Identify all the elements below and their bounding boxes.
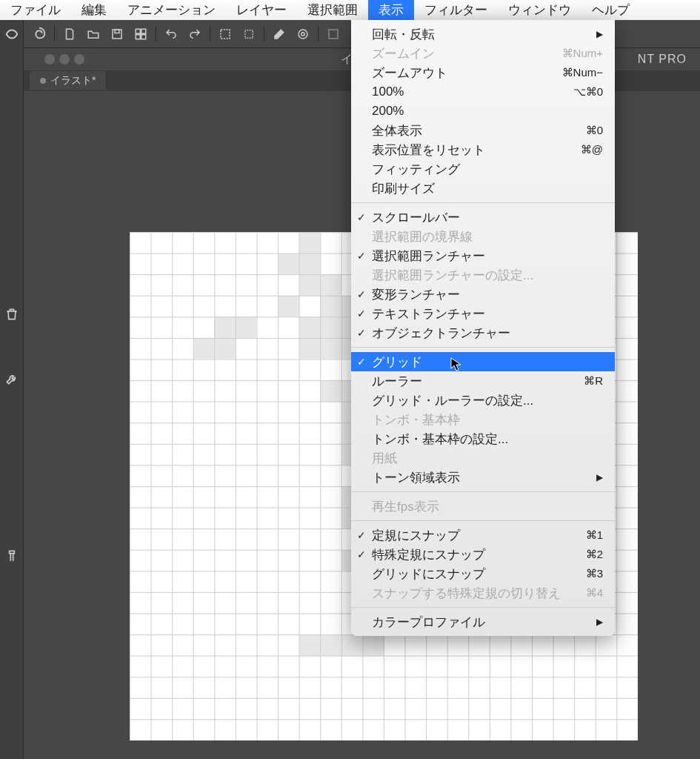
- menu-item-label: ズームアウト: [372, 64, 447, 82]
- menu-item-label: 表示位置をリセット: [372, 142, 485, 159]
- menu-item[interactable]: ✓定規にスナップ⌘1: [351, 526, 615, 545]
- dirty-dot-icon: [40, 78, 46, 84]
- submenu-arrow-icon: ▶: [596, 472, 603, 483]
- menu-item[interactable]: 全体表示⌘0: [351, 121, 615, 140]
- menu-item-label: 全体表示: [372, 122, 422, 139]
- menu-item-label: 200%: [372, 104, 404, 119]
- undo-icon[interactable]: [160, 23, 182, 45]
- pixel: [299, 253, 321, 275]
- shortcut: ⌥⌘0: [573, 85, 603, 99]
- menu-item[interactable]: 表示位置をリセット⌘@: [351, 140, 615, 159]
- shortcut: ⌘4: [586, 586, 603, 600]
- svg-rect-7: [221, 30, 230, 39]
- menu-アニメーション[interactable]: アニメーション: [117, 0, 226, 21]
- menu-編集[interactable]: 編集: [71, 0, 117, 21]
- menu-item-label: トンボ・基本枠の設定...: [372, 431, 508, 448]
- menu-ウィンドウ[interactable]: ウィンドウ: [498, 0, 581, 21]
- shortcut: ⌘R: [584, 374, 603, 388]
- menu-item-label: スナップする特殊定規の切り替え: [372, 585, 561, 602]
- eraser-icon[interactable]: [268, 23, 290, 45]
- menu-item-label: ズームイン: [372, 45, 435, 62]
- menu-item[interactable]: グリッド・ルーラーの設定...: [351, 391, 615, 410]
- menu-item[interactable]: 200%: [351, 102, 615, 121]
- menu-ヘルプ[interactable]: ヘルプ: [581, 0, 640, 21]
- menu-item[interactable]: 印刷サイズ: [351, 179, 615, 198]
- shortcut: ⌘3: [586, 567, 603, 580]
- wrench-icon[interactable]: [0, 365, 24, 394]
- menu-item: 選択範囲ランチャーの設定...: [351, 265, 615, 285]
- select-icon[interactable]: [214, 23, 236, 45]
- menu-表示[interactable]: 表示: [368, 0, 414, 21]
- menu-item: トンボ・基本枠: [351, 410, 615, 429]
- svg-rect-2: [115, 30, 119, 33]
- menu-item[interactable]: ✓グリッド: [351, 352, 615, 371]
- view-menu-dropdown: 回転・反転▶ズームイン⌘Num+ズームアウト⌘Num−100%⌥⌘0200%全体…: [351, 20, 615, 636]
- menu-item-label: グリッド: [372, 354, 422, 371]
- pixel: [214, 338, 236, 359]
- menu-item[interactable]: トンボ・基本枠の設定...: [351, 429, 615, 448]
- window-control-icon[interactable]: [59, 54, 70, 64]
- menu-item-label: 変形ランチャー: [372, 286, 460, 303]
- target-icon[interactable]: [292, 23, 314, 45]
- menu-ファイル[interactable]: ファイル: [0, 0, 71, 21]
- open-icon[interactable]: [82, 23, 104, 45]
- menu-item[interactable]: グリッドにスナップ⌘3: [351, 564, 615, 583]
- svg-rect-5: [136, 34, 140, 39]
- svg-rect-3: [136, 29, 140, 33]
- menu-レイヤー[interactable]: レイヤー: [226, 0, 297, 21]
- menu-item-label: 選択範囲ランチャー: [372, 248, 485, 265]
- shortcut: ⌘1: [586, 528, 603, 542]
- swirl-icon[interactable]: [0, 20, 24, 48]
- pixel: [236, 316, 257, 338]
- menu-item-label: トーン領域表示: [372, 469, 460, 486]
- redo-icon[interactable]: [184, 23, 206, 45]
- svg-rect-6: [141, 34, 146, 39]
- check-icon: ✓: [357, 211, 366, 223]
- menu-item[interactable]: 回転・反転▶: [351, 24, 615, 44]
- menu-item[interactable]: ルーラー⌘R: [351, 371, 615, 391]
- menubar: ファイル編集アニメーションレイヤー選択範囲表示フィルターウィンドウヘルプ: [0, 0, 700, 20]
- menu-item-label: オブジェクトランチャー: [372, 325, 510, 342]
- check-icon: ✓: [357, 288, 366, 300]
- svg-rect-1: [113, 30, 121, 39]
- menu-item-label: ルーラー: [372, 373, 422, 390]
- menu-item[interactable]: ✓特殊定規にスナップ⌘2: [351, 545, 615, 564]
- pixel: [214, 316, 236, 338]
- trash-icon[interactable]: [0, 300, 24, 328]
- menu-item-label: 選択範囲ランチャーの設定...: [372, 267, 533, 284]
- shortcut: ⌘Num+: [562, 47, 603, 60]
- menu-item[interactable]: 100%⌥⌘0: [351, 82, 615, 102]
- menu-item[interactable]: ✓変形ランチャー: [351, 285, 615, 304]
- menu-item[interactable]: フィッティング: [351, 159, 615, 179]
- pixel: [320, 380, 341, 402]
- save-icon[interactable]: [106, 23, 128, 45]
- menu-フィルター[interactable]: フィルター: [414, 0, 498, 21]
- menu-item[interactable]: ✓選択範囲ランチャー: [351, 246, 615, 265]
- svg-rect-8: [245, 30, 253, 38]
- shortcut: ⌘0: [586, 124, 603, 137]
- check-icon: ✓: [357, 308, 366, 319]
- menu-item[interactable]: カラープロファイル▶: [351, 612, 615, 632]
- menu-item-label: カラープロファイル: [372, 614, 485, 631]
- marquee-icon[interactable]: [238, 23, 260, 45]
- misc-icon[interactable]: [322, 23, 344, 45]
- menu-item[interactable]: ✓オブジェクトランチャー: [351, 323, 615, 342]
- menu-item[interactable]: ズームアウト⌘Num−: [351, 63, 615, 82]
- menu-item-label: 印刷サイズ: [372, 180, 435, 197]
- menu-選択範囲[interactable]: 選択範囲: [297, 0, 368, 21]
- window-control-icon[interactable]: [74, 54, 84, 64]
- pixel: [320, 316, 341, 338]
- swirl-icon[interactable]: [28, 23, 50, 45]
- window-control-icon[interactable]: [44, 54, 55, 64]
- document-tab[interactable]: イラスト*: [30, 71, 106, 90]
- menu-item[interactable]: ✓スクロールバー: [351, 208, 615, 227]
- left-tool-column: [0, 20, 24, 759]
- menu-item[interactable]: ✓テキストランチャー: [351, 304, 615, 323]
- pixel: [320, 296, 341, 317]
- menu-item[interactable]: トーン領域表示▶: [351, 468, 615, 487]
- grid-icon[interactable]: [130, 23, 152, 45]
- menu-item: ズームイン⌘Num+: [351, 44, 615, 63]
- new-icon[interactable]: [59, 23, 81, 45]
- tool-icon[interactable]: [0, 542, 24, 570]
- check-icon: ✓: [357, 548, 366, 560]
